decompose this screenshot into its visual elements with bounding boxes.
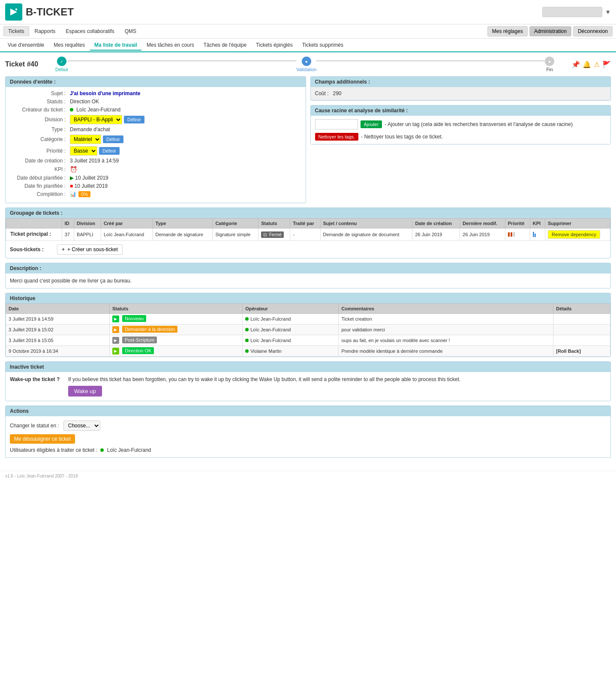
green-dot-2 bbox=[245, 328, 249, 331]
green-dot-eligible bbox=[100, 448, 104, 452]
green-dot-3 bbox=[245, 339, 249, 342]
mes-reglages-button[interactable]: Mes réglages bbox=[487, 26, 528, 36]
ticket-icons: 📌 🔔 ⚠ 🚩 bbox=[571, 60, 611, 69]
tab-taches-equipe[interactable]: Tâches de l'équipe bbox=[199, 40, 251, 50]
groupage-header: Groupage de tickets : bbox=[6, 208, 610, 218]
footer-text: v1.6 - Loïc Jean-Fulcrand 2007 - 2019 bbox=[5, 474, 78, 478]
plan-icon-green-debut: ▶ bbox=[70, 175, 74, 181]
clear-tags-btn[interactable]: Nettoyer les tags. bbox=[315, 133, 359, 141]
division-label: Division : bbox=[10, 117, 70, 123]
categorie-select[interactable]: Matériel bbox=[70, 135, 101, 144]
cout-value: 290 bbox=[333, 90, 342, 96]
date-debut-label: Date début planifiée : bbox=[10, 175, 70, 181]
champs-additionnels-header: Champs additionnels : bbox=[311, 77, 611, 87]
plan-icon-red-fin: ■ bbox=[70, 183, 73, 189]
warning-icon[interactable]: ⚠ bbox=[594, 60, 600, 69]
statut-choose-select[interactable]: Choose... bbox=[63, 421, 100, 431]
tab-vue-ensemble[interactable]: Vue d'ensemble bbox=[3, 40, 48, 50]
tag-input[interactable] bbox=[315, 119, 358, 129]
hist-icon-1: ▶ bbox=[112, 315, 119, 322]
cause-racine-section: Cause racine et analyse de similarité : … bbox=[310, 105, 611, 144]
hist-icon-2: ▶ bbox=[112, 326, 119, 333]
administration-button[interactable]: Administration bbox=[529, 26, 571, 36]
nav-tab-rapports[interactable]: Rapports bbox=[30, 26, 60, 36]
col-derniere-modif: Dernière modif. bbox=[460, 219, 505, 228]
date-fin-label: Date fin planifiée : bbox=[10, 183, 70, 189]
eligible-row: Utilisateurs éligibles à traiter ce tick… bbox=[10, 447, 606, 453]
hist-commentaires-3: oups au fait, en je voulais un modèle av… bbox=[339, 335, 553, 346]
search-input[interactable] bbox=[542, 7, 602, 17]
nav-tab-espaces[interactable]: Espaces collaboratifs bbox=[61, 26, 119, 36]
kpi-bar1 bbox=[533, 232, 534, 237]
hist-col-details: Détails bbox=[553, 304, 610, 314]
ticket-principal-label: Ticket principal : bbox=[6, 228, 62, 241]
statuts-value: Direction OK bbox=[70, 99, 301, 105]
ticket-title: Ticket #40 bbox=[5, 60, 38, 68]
division-select[interactable]: BAPPLI - B-Appli bbox=[70, 115, 122, 124]
tab-tickets-epingles[interactable]: Tickets épinglés bbox=[252, 40, 297, 50]
row-type: Demande de signature bbox=[153, 228, 213, 241]
hist-statuts-2: ▶ Demander à la direction bbox=[109, 324, 242, 335]
sous-tickets-row: Sous-tickets : + + Créer un sous-ticket bbox=[6, 241, 610, 258]
categorie-define-btn[interactable]: Définir bbox=[103, 135, 123, 143]
division-define-btn[interactable]: Définir bbox=[124, 116, 144, 123]
pbar2 bbox=[511, 232, 512, 237]
tab-mes-taches[interactable]: Mes tâches en cours bbox=[142, 40, 198, 50]
categorie-label: Catégorie : bbox=[10, 136, 70, 142]
categorie-row: Catégorie : Matériel Définir bbox=[10, 135, 301, 144]
sujet-row: Sujet : J'ai besoin d'une imprimante bbox=[10, 90, 301, 96]
remove-dependency-btn[interactable]: Remove dependency bbox=[548, 230, 600, 239]
pbar1 bbox=[508, 232, 510, 237]
wake-up-text: If you believe this ticket has been forg… bbox=[68, 376, 460, 382]
header-right: ▼ bbox=[542, 7, 611, 17]
priorite-value: Basse Définir bbox=[70, 146, 301, 156]
col-type: Type bbox=[153, 219, 213, 228]
row-date-creation: 26 Juin 2019 bbox=[412, 228, 460, 241]
actions-body: Changer le statut en : Choose... Me déss… bbox=[6, 416, 610, 457]
groupage-section: Groupage de tickets : ID Division Créé p… bbox=[5, 207, 611, 258]
priorite-define-btn[interactable]: Définir bbox=[99, 147, 120, 155]
create-sub-ticket-btn[interactable]: + + Créer un sous-ticket bbox=[57, 244, 123, 255]
priorite-select[interactable]: Basse bbox=[70, 146, 97, 156]
hist-commentaires-2: pour validation merci bbox=[339, 324, 553, 335]
add-tag-btn[interactable]: Ajouter bbox=[361, 120, 382, 128]
step-fin-circle: ● bbox=[545, 57, 554, 66]
hist-details-4: [Roll Back] bbox=[553, 346, 610, 357]
tab-ma-liste-travail[interactable]: Ma liste de travail bbox=[90, 40, 141, 51]
step-validation-circle: ● bbox=[302, 57, 311, 66]
header: B-TICKET ▼ bbox=[0, 0, 616, 24]
hist-details-1 bbox=[553, 314, 610, 324]
bell-icon[interactable]: 🔔 bbox=[583, 60, 591, 69]
pin-icon[interactable]: 📌 bbox=[571, 60, 580, 69]
flag-icon[interactable]: 🚩 bbox=[602, 60, 611, 69]
inactive-body: Wake-up the ticket ? If you believe this… bbox=[6, 372, 610, 401]
type-row: Type : Demande d'achat bbox=[10, 126, 301, 132]
cause-racine-body: Ajouter - Ajouter un tag (cela aide les … bbox=[311, 116, 611, 144]
desassigner-btn[interactable]: Me déssasigner ce ticket bbox=[10, 434, 75, 444]
donnees-entete-section: Données d'entête : Sujet : J'ai besoin d… bbox=[5, 76, 306, 203]
table-row: Ticket principal : 37 BAPPLI Loïc Jean-F… bbox=[6, 228, 610, 241]
col-statuts: Statuts bbox=[258, 219, 290, 228]
hist-statuts-4: ▶ Direction OK bbox=[109, 346, 242, 357]
nav-tab-tickets[interactable]: Tickets bbox=[3, 26, 29, 36]
nav-tab-qms[interactable]: QMS bbox=[120, 26, 141, 36]
col-categorie: Catégorie bbox=[213, 219, 258, 228]
wake-up-label: Wake-up the ticket ? bbox=[10, 376, 61, 382]
hist-icon-3: ▶ bbox=[112, 337, 119, 344]
tab-tickets-supprimes[interactable]: Tickets supprimés bbox=[298, 40, 348, 50]
filter-icon[interactable]: ▼ bbox=[605, 9, 611, 15]
row-cree-par: Loïc Jean-Fulcrand bbox=[101, 228, 153, 241]
table-row: 3 Juillet 2019 à 14:59 ▶ Nouveau Loïc Je… bbox=[6, 314, 610, 324]
wake-up-btn[interactable]: Wake up bbox=[68, 386, 102, 397]
deconnexion-button[interactable]: Déconnexion bbox=[573, 26, 613, 36]
col-supprimer: Supprimer bbox=[545, 219, 610, 228]
status-closed-badge: ⊡ Fermé bbox=[261, 231, 284, 238]
hist-details-3 bbox=[553, 335, 610, 346]
changer-label: Changer le statut en : bbox=[10, 423, 59, 429]
row-id: 37 bbox=[62, 228, 74, 241]
tab-mes-requetes[interactable]: Mes requêtes bbox=[49, 40, 89, 50]
ticket-header-row: Ticket #40 ✓ Début ● Validation ● Fin 📌 … bbox=[5, 57, 611, 72]
rollback-label[interactable]: [Roll Back] bbox=[556, 349, 580, 354]
col-date-creation: Date de création bbox=[412, 219, 460, 228]
historique-header: Historique bbox=[6, 293, 610, 303]
